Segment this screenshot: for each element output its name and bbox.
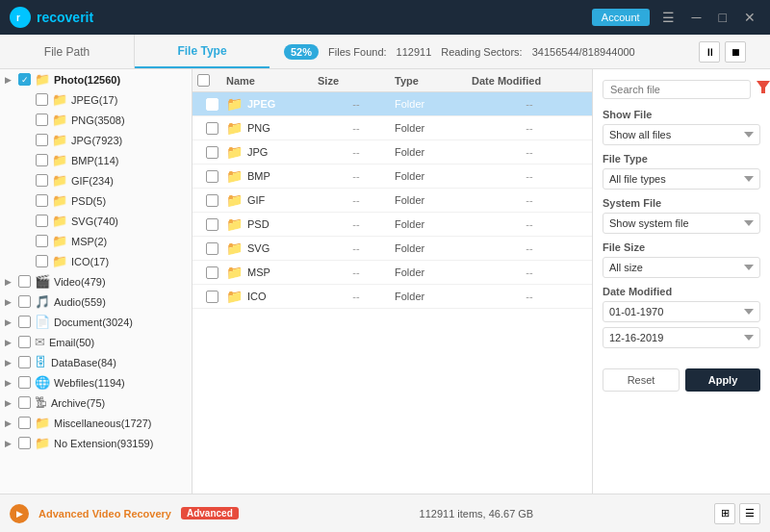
- stop-button[interactable]: ⏹: [725, 41, 746, 63]
- folder-icon-row-bmp: 📁: [226, 168, 243, 184]
- apply-button[interactable]: Apply: [685, 368, 760, 392]
- maximize-button[interactable]: □: [714, 8, 732, 27]
- file-size-svg: --: [318, 242, 395, 254]
- tree-checkbox-photo[interactable]: ✓: [18, 73, 31, 86]
- row-checkbox-bmp[interactable]: [206, 170, 218, 183]
- tree-item-msp[interactable]: 📁 MSP(2): [17, 231, 192, 251]
- tree-item-email[interactable]: ▶ ✉ Email(50): [0, 332, 192, 352]
- date-from-select[interactable]: 01-01-1970: [603, 301, 760, 322]
- row-checkbox-gif[interactable]: [206, 194, 218, 207]
- tree-checkbox-bmp[interactable]: [36, 154, 48, 166]
- file-name-ico: ICO: [247, 291, 267, 302]
- tree-item-gif[interactable]: 📁 GIF(234): [17, 170, 192, 190]
- tree-item-archive[interactable]: ▶ 🗜 Archive(75): [0, 393, 192, 413]
- list-view-button[interactable]: ☰: [739, 503, 760, 524]
- tree-label-archive: Archive(75): [51, 397, 187, 409]
- tab-file-path[interactable]: File Path: [0, 35, 135, 68]
- tree-checkbox-jpg[interactable]: [36, 134, 48, 146]
- tree-checkbox-noext[interactable]: [18, 437, 31, 449]
- file-name-jpg: JPG: [247, 146, 268, 158]
- file-row-psd[interactable]: 📁 PSD -- Folder --: [192, 213, 592, 237]
- tree-checkbox-misc[interactable]: [18, 417, 31, 429]
- tree-checkbox-png[interactable]: [36, 114, 48, 126]
- tree-checkbox-gif[interactable]: [36, 174, 48, 187]
- row-checkbox-psd[interactable]: [206, 218, 218, 231]
- tree-item-audio[interactable]: ▶ 🎵 Audio(559): [0, 291, 192, 312]
- tree-checkbox-document[interactable]: [18, 316, 31, 328]
- row-checkbox-jpeg[interactable]: [206, 98, 218, 111]
- tree-item-png[interactable]: 📁 PNG(3508): [17, 110, 192, 130]
- pause-button[interactable]: ⏸: [699, 41, 720, 63]
- show-file-select[interactable]: Show all files Show selected files: [603, 124, 760, 145]
- advanced-video-label[interactable]: Advanced Video Recovery: [38, 508, 171, 519]
- file-type-psd: Folder: [395, 218, 472, 230]
- row-checkbox-svg[interactable]: [206, 242, 218, 255]
- file-row-msp[interactable]: 📁 MSP -- Folder --: [192, 261, 592, 285]
- chevron-misc: ▶: [5, 418, 14, 428]
- file-size-label: File Size: [603, 241, 760, 253]
- file-row-bmp[interactable]: 📁 BMP -- Folder --: [192, 165, 592, 189]
- filter-icon-button[interactable]: [755, 79, 770, 99]
- tree-item-document[interactable]: ▶ 📄 Document(3024): [0, 312, 192, 332]
- row-checkbox-jpg[interactable]: [206, 146, 218, 159]
- tree-checkbox-psd[interactable]: [36, 194, 48, 207]
- row-checkbox-png[interactable]: [206, 122, 218, 135]
- tree-checkbox-jpeg[interactable]: [36, 93, 48, 106]
- file-row-jpg[interactable]: 📁 JPG -- Folder --: [192, 140, 592, 165]
- file-row-jpeg[interactable]: 📁 JPEG -- Folder --: [192, 92, 592, 116]
- tree-item-webfiles[interactable]: ▶ 🌐 Webfiles(1194): [0, 372, 192, 393]
- close-button[interactable]: ✕: [739, 8, 760, 27]
- filter-panel: Show File Show all files Show selected f…: [592, 69, 770, 494]
- tree-checkbox-email[interactable]: [18, 336, 31, 348]
- tree-item-video[interactable]: ▶ 🎬 Video(479): [0, 271, 192, 291]
- file-row-svg[interactable]: 📁 SVG -- Folder --: [192, 237, 592, 261]
- date-to-select[interactable]: 12-16-2019: [603, 327, 760, 348]
- row-checkbox-ico[interactable]: [206, 291, 218, 303]
- row-checkbox-msp[interactable]: [206, 266, 218, 279]
- tree-checkbox-database[interactable]: [18, 356, 31, 368]
- tree-checkbox-archive[interactable]: [18, 396, 31, 409]
- show-file-label: Show File: [603, 109, 760, 120]
- file-type-bmp: Folder: [395, 170, 472, 182]
- tree-checkbox-webfiles[interactable]: [18, 376, 31, 389]
- tree-checkbox-ico[interactable]: [36, 255, 48, 267]
- file-date-bmp: --: [472, 170, 587, 182]
- tree-item-psd[interactable]: 📁 PSD(5): [17, 190, 192, 211]
- tree-item-bmp[interactable]: 📁 BMP(114): [17, 150, 192, 170]
- tree-label-jpeg: JPEG(17): [71, 94, 187, 106]
- menu-button[interactable]: ☰: [657, 8, 680, 27]
- file-type-select[interactable]: All file types: [603, 168, 760, 190]
- tree-item-svg[interactable]: 📁 SVG(740): [17, 211, 192, 231]
- file-tree-sidebar: ▶ ✓ 📁 Photo(12560) 📁 JPEG(17) 📁 PNG(3508…: [0, 69, 192, 494]
- tree-checkbox-msp[interactable]: [36, 235, 48, 247]
- header-checkbox[interactable]: [197, 74, 210, 87]
- file-size-psd: --: [318, 218, 395, 230]
- system-file-select[interactable]: Show system file Hide system file: [603, 213, 760, 234]
- file-row-png[interactable]: 📁 PNG -- Folder --: [192, 116, 592, 140]
- tree-item-jpeg[interactable]: 📁 JPEG(17): [17, 89, 192, 110]
- file-row-ico[interactable]: 📁 ICO -- Folder --: [192, 285, 592, 309]
- tree-item-miscellaneous[interactable]: ▶ 📁 Miscellaneous(1727): [0, 413, 192, 433]
- reset-button[interactable]: Reset: [603, 368, 680, 392]
- noext-icon: 📁: [35, 436, 50, 450]
- file-date-ico: --: [472, 291, 587, 302]
- tree-item-no-extension[interactable]: ▶ 📁 No Extension(93159): [0, 433, 192, 453]
- tree-checkbox-svg[interactable]: [36, 215, 48, 227]
- tree-item-database[interactable]: ▶ 🗄 DataBase(84): [0, 352, 192, 372]
- title-bar: r recoverit Account ☰ ─ □ ✕: [0, 0, 770, 35]
- grid-view-button[interactable]: ⊞: [714, 503, 735, 524]
- search-input[interactable]: [603, 80, 751, 99]
- file-row-gif[interactable]: 📁 GIF -- Folder --: [192, 189, 592, 213]
- header-size: Size: [318, 75, 395, 87]
- file-size-select[interactable]: All size: [603, 257, 760, 278]
- tree-item-photo[interactable]: ▶ ✓ 📁 Photo(12560): [0, 69, 192, 89]
- minimize-button[interactable]: ─: [687, 8, 706, 27]
- tab-file-type[interactable]: File Type: [135, 35, 270, 68]
- header-check-col: [197, 74, 226, 87]
- account-button[interactable]: Account: [592, 9, 650, 26]
- tree-checkbox-audio[interactable]: [18, 295, 31, 308]
- tree-label-video: Video(479): [54, 276, 187, 288]
- tree-item-ico[interactable]: 📁 ICO(17): [17, 251, 192, 271]
- tree-item-jpg[interactable]: 📁 JPG(7923): [17, 130, 192, 150]
- tree-checkbox-video[interactable]: [18, 275, 31, 288]
